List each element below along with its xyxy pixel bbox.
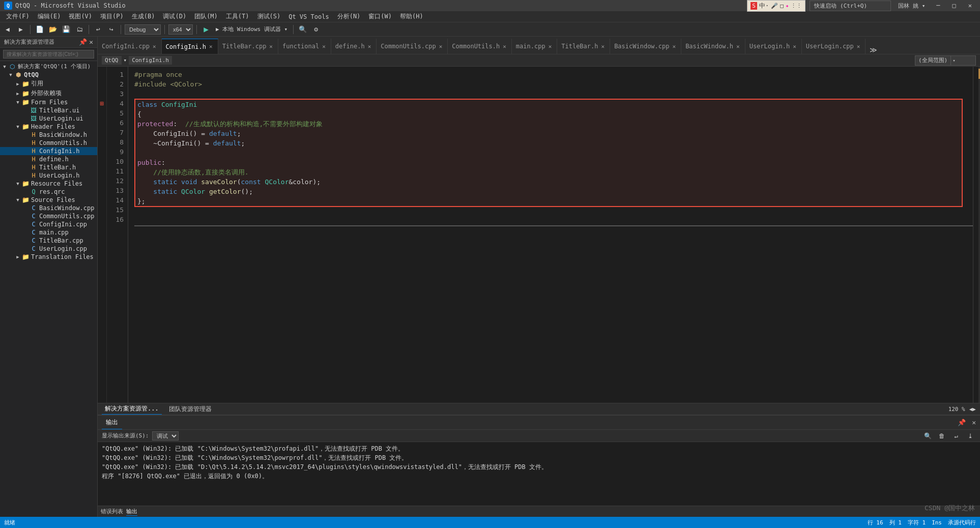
menu-project[interactable]: 项目(P) — [96, 11, 128, 22]
tree-item-translation[interactable]: ▶ 📁 Translation Files — [0, 253, 97, 261]
tree-item-titlebar-cpp[interactable]: ▶ C TitleBar.cpp — [0, 237, 97, 245]
tree-item-commonutils-cpp[interactable]: ▶ C CommonUtils.cpp — [0, 212, 97, 220]
tab-close-basicwindow-h[interactable]: ✕ — [735, 43, 741, 50]
output-wrap[interactable]: ↵ — [950, 430, 962, 442]
tab-close-userlogin-cpp[interactable]: ✕ — [856, 43, 861, 50]
tree-item-solution[interactable]: ▼ ⬡ 解决方案'QtQQ'(1 个项目) — [0, 62, 97, 71]
output-tab[interactable]: 输出 — [102, 416, 122, 429]
tab-basicwindow-h[interactable]: BasicWindow.h ✕ — [681, 39, 745, 54]
platform-selector[interactable]: x64 x86 — [168, 24, 193, 35]
toolbar-new[interactable]: 📄 — [34, 24, 45, 35]
tab-define-h[interactable]: define.h ✕ — [331, 39, 377, 54]
toolbar-settings[interactable]: ⚙ — [310, 24, 322, 35]
menu-help[interactable]: 帮助(H) — [396, 11, 427, 22]
breadcrumb-file[interactable]: ConfigIni.h — [129, 56, 172, 65]
output-search[interactable]: 🔍 — [922, 430, 933, 442]
tab-close-configini-h[interactable]: ✕ — [208, 43, 214, 50]
toolbar-save-all[interactable]: 🗂 — [74, 24, 85, 35]
tab-close-define-h[interactable]: ✕ — [367, 43, 372, 50]
tree-item-configini-cpp[interactable]: ▶ C ConfigIni.cpp — [0, 220, 97, 228]
output-source-select[interactable]: 调试 — [152, 431, 179, 441]
tree-item-form[interactable]: ▼ 📁 Form Files — [0, 98, 97, 106]
tree-item-main-cpp[interactable]: ▶ C main.cpp — [0, 228, 97, 237]
tab-close-userlogin-h[interactable]: ✕ — [792, 43, 797, 50]
tree-item-titlebar-h[interactable]: ▶ H TitleBar.h — [0, 163, 97, 171]
tab-close-titlebar-cpp[interactable]: ✕ — [268, 43, 274, 50]
tree-item-qtqq[interactable]: ▼ ⬢ QtQQ — [0, 71, 97, 79]
toolbar-redo[interactable]: ↪ — [106, 24, 117, 35]
tree-item-userlogin-h[interactable]: ▶ H UserLogin.h — [0, 171, 97, 180]
sidebar-search-input[interactable] — [3, 50, 94, 58]
tree-item-commonutils-h[interactable]: ▶ H CommonUtils.h — [0, 139, 97, 147]
quick-launch-label[interactable]: 快速启动 (Ctrl+Q) — [810, 1, 891, 11]
tree-item-basicwindow-cpp[interactable]: ▶ C BasicWindow.cpp — [0, 204, 97, 212]
tree-item-ref[interactable]: ▶ 📁 引用 — [0, 79, 97, 89]
editor-scrollbar[interactable] — [973, 67, 980, 403]
tab-configini-h[interactable]: ConfigIni.h ✕ — [162, 39, 218, 54]
tab-main-cpp[interactable]: main.cpp ✕ — [512, 39, 557, 54]
menu-qt[interactable]: Qt VS Tools — [284, 12, 333, 21]
ime-toolbar[interactable]: S 中· 🎤 □ ✦ ⋮⋮ — [747, 0, 805, 12]
toolbar-find[interactable]: 🔍 — [297, 24, 308, 35]
menu-view[interactable]: 视图(V) — [65, 11, 96, 22]
tab-functional[interactable]: functional ✕ — [278, 39, 331, 54]
tab-close-commonutils-cpp[interactable]: ✕ — [438, 43, 444, 50]
sidebar-pin[interactable]: 📌 — [79, 38, 87, 46]
tab-close-configini-cpp[interactable]: ✕ — [152, 43, 157, 50]
tree-item-external[interactable]: ▶ 📁 外部依赖项 — [0, 89, 97, 98]
menu-file[interactable]: 文件(F) — [2, 11, 34, 22]
error-list-tab[interactable]: 错误列表 — [101, 508, 123, 515]
tab-overflow-arrow[interactable]: ≫ — [868, 46, 879, 54]
tab-userlogin-cpp[interactable]: UserLogin.cpp ✕ — [802, 39, 866, 54]
tab-commonutils-h[interactable]: CommonUtils.h ✕ — [448, 39, 512, 54]
minimize-btn[interactable]: ─ — [932, 2, 944, 9]
tab-close-functional[interactable]: ✕ — [321, 43, 327, 50]
tab-close-main-cpp[interactable]: ✕ — [547, 43, 553, 50]
tree-item-configini-h[interactable]: ▶ H ConfigIni.h — [0, 147, 97, 155]
tab-userlogin-h[interactable]: UserLogin.h ✕ — [745, 39, 802, 54]
config-selector[interactable]: Debug Release — [125, 24, 161, 35]
output-clear[interactable]: 🗑 — [936, 430, 947, 442]
bottom-tab-solution[interactable]: 解决方案资源管... — [102, 403, 162, 415]
tab-titlebar-cpp[interactable]: TitleBar.cpp ✕ — [218, 39, 278, 54]
toolbar-back[interactable]: ◀ — [2, 24, 13, 35]
tab-configini-cpp[interactable]: ConfigIni.cpp ✕ — [98, 39, 162, 54]
tree-item-res-qrc[interactable]: ▶ Q res.qrc — [0, 188, 97, 196]
ime-mic[interactable]: 🎤 — [771, 3, 778, 9]
menu-edit[interactable]: 编辑(E) — [34, 11, 65, 22]
close-btn[interactable]: ✕ — [964, 2, 976, 9]
tree-item-header[interactable]: ▼ 📁 Header Files — [0, 123, 97, 131]
toolbar-forward[interactable]: ▶ — [15, 24, 26, 35]
menu-tools[interactable]: 工具(T) — [222, 11, 253, 22]
output-pin[interactable]: 📌 — [958, 419, 966, 426]
menu-test[interactable]: 测试(S) — [253, 11, 285, 22]
run-label[interactable]: ▶ 本地 Windows 调试器 ▾ — [214, 25, 290, 33]
tab-close-commonutils-h[interactable]: ✕ — [502, 43, 507, 50]
breadcrumb-project[interactable]: QtQQ — [102, 56, 122, 65]
scope-dropdown[interactable]: (全局范围) ▾ — [915, 55, 976, 66]
maximize-btn[interactable]: □ — [948, 2, 960, 9]
toolbar-undo[interactable]: ↩ — [93, 24, 104, 35]
tab-commonutils-cpp[interactable]: CommonUtils.cpp ✕ — [377, 39, 448, 54]
tab-close-basicwindow-cpp[interactable]: ✕ — [672, 43, 677, 50]
scroll-arrows[interactable]: ◀▶ — [969, 406, 976, 413]
tree-item-userlogin-cpp[interactable]: ▶ C UserLogin.cpp — [0, 245, 97, 253]
run-button[interactable]: ▶ — [200, 24, 212, 35]
tree-item-titlebar-ui[interactable]: ▶ 🖼 TitleBar.ui — [0, 106, 97, 114]
menu-window[interactable]: 窗口(W) — [364, 11, 396, 22]
sidebar-close[interactable]: ✕ — [89, 38, 93, 46]
toolbar-save[interactable]: 💾 — [61, 24, 72, 35]
menu-debug[interactable]: 调试(D) — [159, 11, 190, 22]
tab-titlebar-h[interactable]: TitleBar.h ✕ — [557, 39, 610, 54]
menu-build[interactable]: 生成(B) — [128, 11, 159, 22]
toolbar-open[interactable]: 📂 — [47, 24, 59, 35]
menu-team[interactable]: 团队(M) — [190, 11, 222, 22]
tree-item-resource[interactable]: ▼ 📁 Resource Files — [0, 180, 97, 188]
tab-basicwindow-cpp[interactable]: BasicWindow.cpp ✕ — [610, 39, 681, 54]
tree-item-userlogin-ui[interactable]: ▶ 🖼 UserLogin.ui — [0, 114, 97, 123]
bottom-tab-team[interactable]: 团队资源管理器 — [166, 404, 215, 415]
output-close[interactable]: ✕ — [972, 419, 976, 426]
code-editor[interactable]: #pragma once #include <QColor> class Con… — [128, 67, 973, 403]
tree-item-basicwindow-h[interactable]: ▶ H BasicWindow.h — [0, 131, 97, 139]
tree-item-source[interactable]: ▼ 📁 Source Files — [0, 196, 97, 204]
